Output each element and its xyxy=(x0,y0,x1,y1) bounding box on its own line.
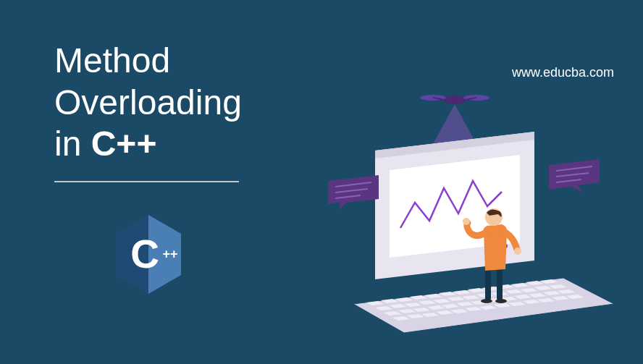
illustration-svg xyxy=(310,87,614,355)
title-bold: C++ xyxy=(91,124,157,163)
svg-point-5 xyxy=(444,96,466,104)
title-prefix: in xyxy=(54,124,91,163)
svg-point-78 xyxy=(481,299,492,303)
screen-panel xyxy=(375,132,534,279)
svg-point-79 xyxy=(495,299,507,303)
svg-point-80 xyxy=(463,218,470,225)
title-line-2: Overloading xyxy=(54,82,242,124)
chat-bubble-left-icon xyxy=(328,175,379,210)
chat-bubble-right-icon xyxy=(549,159,600,192)
svg-text:C: C xyxy=(130,232,159,276)
keyboard-icon xyxy=(353,278,614,333)
title-underline xyxy=(54,181,239,182)
tech-illustration xyxy=(310,87,614,355)
title-line-3: in C++ xyxy=(54,123,242,165)
page-title: Method Overloading in C++ xyxy=(54,40,242,165)
cpp-logo-icon: C ++ xyxy=(112,213,185,297)
svg-rect-77 xyxy=(497,266,503,300)
title-line-1: Method xyxy=(54,40,242,82)
svg-rect-76 xyxy=(485,268,491,300)
svg-text:++: ++ xyxy=(162,247,177,261)
svg-point-81 xyxy=(514,247,521,255)
cpp-hexagon-icon: C ++ xyxy=(112,213,185,297)
website-url: www.educba.com xyxy=(512,65,614,80)
